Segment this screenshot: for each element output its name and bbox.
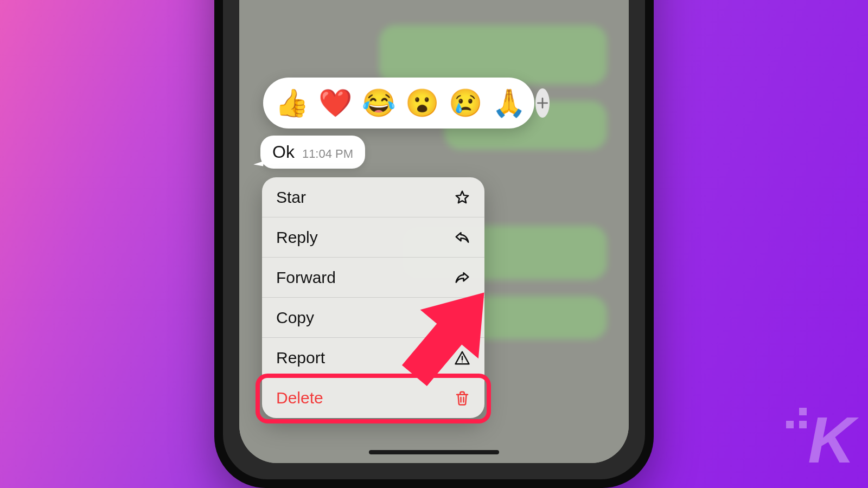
menu-label: Report (276, 349, 325, 367)
menu-item-copy[interactable]: Copy (262, 298, 484, 338)
reaction-thumbs-up[interactable]: 👍 (275, 89, 309, 117)
message-bubble[interactable]: Ok 11:04 PM (260, 136, 365, 169)
report-icon (454, 350, 470, 366)
menu-item-reply[interactable]: Reply (262, 217, 484, 258)
plus-icon (535, 96, 550, 110)
reaction-wow[interactable]: 😮 (405, 89, 439, 117)
add-reaction-button[interactable] (535, 88, 550, 118)
context-menu: Star Reply Forward Copy (262, 177, 484, 418)
reaction-laugh[interactable]: 😂 (362, 89, 395, 117)
watermark-dots-icon (786, 408, 807, 428)
copy-icon (454, 310, 470, 326)
message-bubble-wrap: Ok 11:04 PM (260, 136, 365, 169)
reaction-sad[interactable]: 😢 (449, 89, 482, 117)
menu-item-delete[interactable]: Delete (262, 378, 484, 418)
trash-icon (454, 390, 470, 406)
menu-label: Forward (276, 268, 336, 287)
reaction-heart[interactable]: ❤️ (318, 89, 352, 117)
menu-label: Copy (276, 309, 314, 327)
reaction-bar: 👍 ❤️ 😂 😮 😢 🙏 (263, 78, 534, 129)
message-text: Ok (272, 142, 295, 162)
menu-item-star[interactable]: Star (262, 177, 484, 217)
home-indicator[interactable] (369, 450, 499, 454)
watermark: K (808, 402, 852, 477)
context-menu-body: Star Reply Forward Copy (262, 177, 484, 418)
reaction-pray[interactable]: 🙏 (492, 89, 526, 117)
stage: 👍 ❤️ 😂 😮 😢 🙏 Ok 11:04 PM Star Reply (0, 0, 868, 488)
menu-item-report[interactable]: Report (262, 338, 484, 378)
menu-label: Star (276, 188, 306, 207)
star-icon (454, 189, 470, 206)
svg-rect-0 (459, 315, 468, 325)
reply-icon (454, 229, 470, 246)
svg-point-1 (462, 361, 463, 362)
watermark-letter: K (808, 403, 852, 476)
menu-label: Delete (276, 389, 323, 407)
menu-item-forward[interactable]: Forward (262, 258, 484, 298)
message-time: 11:04 PM (302, 147, 353, 161)
menu-label: Reply (276, 228, 318, 247)
forward-icon (454, 269, 470, 286)
